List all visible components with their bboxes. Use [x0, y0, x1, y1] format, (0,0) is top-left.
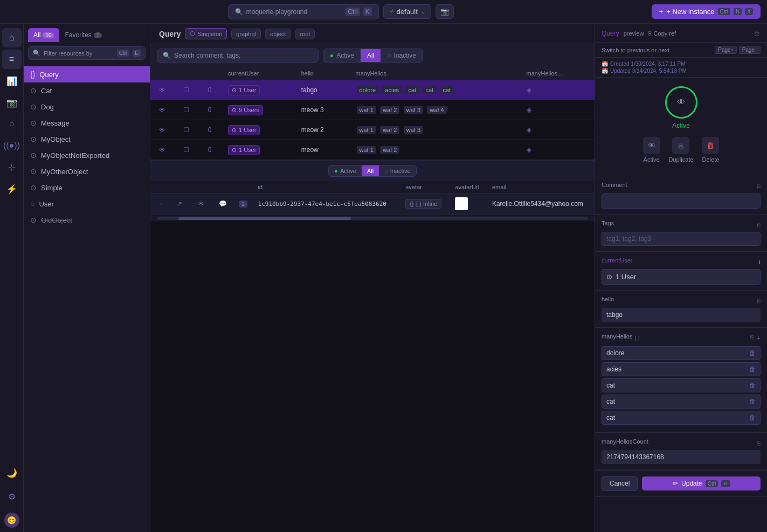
comment-copy-icon[interactable]: ⎘: [757, 183, 761, 190]
currentuser-info-icon[interactable]: ℹ: [758, 259, 761, 266]
eye-icon-row1[interactable]: 👁: [157, 85, 168, 95]
cancel-button[interactable]: Cancel: [602, 476, 638, 491]
sidebar-item-myotherobject[interactable]: ⊙ MyOtherObject: [24, 163, 150, 179]
tag-singleton[interactable]: ⬡ Singleton: [185, 28, 227, 39]
tab-favorites[interactable]: Favorites 1: [59, 28, 107, 42]
eye-icon-row2[interactable]: 👁: [157, 105, 168, 115]
new-instance-button[interactable]: + + New instance Ctrl N X: [652, 4, 761, 19]
hello-copy-icon[interactable]: ⎘: [757, 298, 761, 304]
active-action-icon: 👁: [643, 137, 660, 154]
tag-object[interactable]: object: [265, 29, 291, 39]
nav-camera[interactable]: 📷: [2, 93, 22, 112]
delete-cat1-btn[interactable]: 🗑: [749, 382, 756, 389]
nested-filter-all[interactable]: All: [362, 165, 379, 176]
mhcount-copy-icon[interactable]: ⎘: [757, 440, 761, 446]
delete-dolore-btn[interactable]: 🗑: [749, 349, 756, 357]
hello-value[interactable]: tabgo: [602, 308, 761, 322]
tag-root[interactable]: root: [295, 29, 315, 39]
sidebar-item-myobjectnotexported[interactable]: ⊙ MyObjectNotExported: [24, 147, 150, 163]
star-button[interactable]: ☆: [754, 29, 761, 38]
user-badge-row1: ⊙ 1 User: [228, 85, 260, 95]
action-duplicate-btn[interactable]: ⎘ Duplicate: [669, 137, 694, 163]
many-hellos-copy-icon[interactable]: ⎘: [750, 334, 754, 342]
many-hellos-add-icon[interactable]: +: [756, 334, 761, 342]
eye-icon-nested[interactable]: 👁: [196, 198, 206, 209]
cat-icon: ⊙: [30, 86, 37, 95]
query-breadcrumb-link[interactable]: Query: [602, 30, 619, 37]
copy-ref-button[interactable]: ⎘ Copy ref: [648, 30, 676, 37]
sidebar-search[interactable]: 🔍 Filter resources by Ctrl E: [28, 46, 146, 60]
current-user-field[interactable]: ⊙ 1 User: [602, 269, 761, 285]
global-search[interactable]: 🔍 moquerie-playground Ctrl K: [228, 4, 379, 19]
user-avatar[interactable]: 😊: [4, 513, 19, 528]
action-active-btn[interactable]: 👁 Active: [643, 137, 660, 163]
nested-col-avatar: avatar: [400, 181, 450, 194]
action-delete-btn[interactable]: 🗑 Delete: [702, 137, 719, 163]
nested-row-id: 1c910bb9-2937-47e4-be1c-c5fea5083620: [258, 201, 386, 208]
sidebar-item-message[interactable]: ⊙ Message: [24, 115, 150, 131]
delete-cat3-btn[interactable]: 🗑: [749, 414, 756, 422]
nested-table-row[interactable]: → ↗ 👁 💬 1 1c910bb9-2937-47e4-be1c-c5fea5…: [150, 194, 595, 215]
calendar-icon: 📅: [602, 61, 608, 67]
nav-network[interactable]: ⊹: [2, 157, 22, 177]
filter-inactive-btn[interactable]: ○ Inactive: [381, 49, 423, 62]
right-panel: Query preview ⎘ Copy ref ☆ Switch to pre…: [595, 24, 767, 532]
nav-zap[interactable]: ⚡: [2, 179, 22, 198]
right-panel-header: Query preview ⎘ Copy ref ☆: [595, 24, 767, 43]
table-row[interactable]: 👁 ☐ 0 ⊙ 9 Users meow 3: [150, 100, 595, 120]
right-panel-scrollbar[interactable]: [595, 496, 767, 503]
nav-home[interactable]: ⌂: [2, 28, 22, 47]
nav-next-button[interactable]: Page↓: [739, 46, 761, 54]
filter-active-btn[interactable]: ● Active: [323, 49, 361, 62]
filter-all-btn[interactable]: All: [361, 49, 381, 62]
nested-col-id: id: [253, 181, 400, 194]
table-row[interactable]: 👁 ☐ 0 ⊙ 1 User meow: [150, 140, 595, 160]
nested-filter-active[interactable]: ● Active: [329, 165, 362, 176]
eye-icon-row3[interactable]: 👁: [157, 125, 168, 135]
camera-button[interactable]: 📷: [436, 4, 454, 19]
nav-prev-button[interactable]: Page↑: [715, 46, 736, 54]
delete-cat2-btn[interactable]: 🗑: [749, 398, 756, 405]
oldobject-icon: ⊙: [30, 216, 37, 224]
tag-graphql[interactable]: graphql: [231, 29, 261, 39]
table-row[interactable]: 👁 ☐ 0 ⊙ 1 User meow 2: [150, 120, 595, 140]
nested-filter-inactive[interactable]: ○ Inactive: [379, 165, 416, 176]
nav-chart[interactable]: 📊: [2, 71, 22, 91]
checkbox-row1[interactable]: ☐: [181, 85, 191, 95]
nav-list[interactable]: ≡: [2, 50, 22, 69]
tags-input[interactable]: tag1, tag2, tag3: [602, 232, 761, 246]
data-table: currentUser hello manyHellos manyHellos.…: [150, 67, 595, 160]
checkbox-row3[interactable]: ☐: [181, 125, 191, 135]
tags-copy-icon[interactable]: ⎘: [757, 222, 761, 228]
delete-acies-btn[interactable]: 🗑: [749, 365, 756, 373]
table-row[interactable]: 👁 ☐ 0 ⊙ 1 User tabgo: [150, 80, 595, 100]
nav-user[interactable]: ○: [2, 114, 22, 134]
checkbox-row4[interactable]: ☐: [181, 144, 191, 155]
sidebar-item-user[interactable]: ○ User: [24, 196, 150, 212]
tab-all[interactable]: All 10: [28, 28, 59, 42]
checkbox-row2[interactable]: ☐: [181, 105, 191, 115]
nav-broadcast[interactable]: ((●)): [2, 136, 22, 155]
lightning-icon-row4: ◈: [527, 146, 531, 154]
nav-moon[interactable]: 🌙: [2, 463, 22, 482]
scrollbar-thumb[interactable]: [178, 217, 351, 220]
sidebar-item-query[interactable]: {} Query: [24, 66, 150, 82]
sidebar-item-simple[interactable]: ⊙ Simple: [24, 179, 150, 196]
sidebar-item-myobject[interactable]: ⊙ MyObject: [24, 131, 150, 147]
lightning-icon-row2: ◈: [527, 106, 531, 114]
table-search[interactable]: 🔍 Search comment, tags,: [157, 49, 319, 63]
comment-input[interactable]: [602, 194, 761, 209]
preview-link[interactable]: preview: [624, 30, 644, 37]
eye-icon-row4[interactable]: 👁: [157, 144, 168, 155]
external-icon-nested[interactable]: ↗: [174, 198, 185, 209]
nav-settings[interactable]: ⚙: [2, 487, 22, 506]
sidebar-item-dog[interactable]: ⊙ Dog: [24, 99, 150, 115]
branch-selector[interactable]: ⑂ default ⌄: [383, 4, 431, 19]
many-hellos-count-value[interactable]: 2174794143367168: [602, 450, 761, 464]
sidebar-item-oldobject[interactable]: ⊙ OldObject: [24, 212, 150, 228]
comment-icon-nested[interactable]: 💬: [217, 198, 228, 209]
tag-waf1c: waf 1: [357, 146, 376, 154]
update-button[interactable]: ✏ Update Ctrl ↵: [642, 476, 761, 490]
horizontal-scrollbar[interactable]: [150, 215, 595, 221]
sidebar-item-cat[interactable]: ⊙ Cat: [24, 82, 150, 99]
